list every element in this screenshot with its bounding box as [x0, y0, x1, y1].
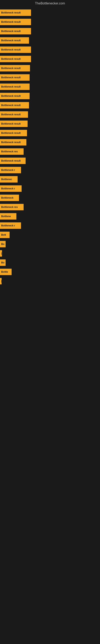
bar-label: Bottleneck result [1, 58, 21, 60]
bar-label: Bottleneck result [1, 113, 21, 116]
bottleneck-bar: Bo [0, 241, 6, 247]
bar-row: Bo [0, 258, 100, 267]
bottleneck-bar: Bottleneck result [0, 10, 31, 16]
bar-row: Bottleneck result [0, 156, 100, 166]
bottleneck-bar: Bottleneck result [0, 130, 27, 136]
bar-label: Bottlenec [1, 178, 12, 181]
bar-label: Bottleneck result [1, 141, 21, 144]
bar-label: Bottleneck result [1, 76, 21, 79]
bar-row: Bottlene [0, 212, 100, 221]
bar-row: Bottleneck r [0, 221, 100, 230]
bottleneck-bar: Bottleneck result [0, 46, 31, 53]
bar-row: Bottleneck [0, 193, 100, 202]
bottleneck-bar: Bottleneck result [0, 158, 26, 164]
bar-label: Bottle [1, 270, 8, 273]
bar-label: Bottleneck result [1, 30, 21, 32]
bar-label: Bottleneck result [1, 122, 21, 125]
bar-row: Bottleneck res [0, 147, 100, 156]
bar-label: Bottleneck result [1, 48, 21, 51]
bar-row: Bottleneck result [0, 26, 100, 36]
bottleneck-bar: Bottleneck result [0, 74, 30, 81]
bar-label: Bottleneck result [1, 20, 21, 23]
bar-label: Bott [1, 234, 6, 236]
bottleneck-bar: | [0, 278, 1, 284]
bottleneck-bar: Bottle [0, 269, 12, 275]
site-title: TheBottlenecker.com [0, 0, 100, 6]
bar-label: | [1, 252, 2, 255]
bar-row: | [0, 276, 100, 286]
bar-row: | [0, 249, 100, 258]
bar-row: Bottleneck result [0, 138, 100, 147]
bottleneck-bar: Bottleneck res [0, 148, 24, 155]
bar-label: Bottleneck result [1, 85, 21, 88]
bottleneck-bar: Bo [0, 260, 6, 266]
bar-row: Bottleneck result [0, 128, 100, 138]
bar-row: Bottleneck result [0, 91, 100, 100]
bar-row: Bottleneck result [0, 119, 100, 128]
bar-label: Bottlene [1, 215, 11, 218]
bar-label: Bottleneck result [1, 67, 21, 70]
bottleneck-bar: Bottleneck result [0, 37, 29, 44]
bottleneck-bar: Bottleneck r [0, 222, 21, 229]
bottleneck-bar: Bottleneck result [0, 84, 30, 90]
bottleneck-bar: Bottleneck res [0, 204, 24, 210]
bar-row: Bottle [0, 267, 100, 276]
bar-row: Bottlenec [0, 175, 100, 184]
bar-label: Bottleneck result [1, 132, 21, 134]
bottleneck-bar: Bottleneck r [0, 167, 21, 173]
bar-row: Bottleneck result [0, 17, 100, 26]
bar-label: Bottleneck result [1, 11, 21, 14]
bar-label: Bottleneck result [1, 104, 21, 107]
bar-row: Bottleneck result [0, 64, 100, 73]
bottleneck-bar: Bottlenec [0, 176, 18, 182]
bar-label: Bottleneck r [1, 224, 15, 227]
bottleneck-bar: | [0, 250, 2, 256]
bar-label: Bottleneck res [1, 206, 18, 208]
bar-label: Bottleneck r [1, 187, 15, 190]
bar-row: Bottleneck r [0, 166, 100, 175]
bar-row: Bottleneck result [0, 73, 100, 82]
bottleneck-bar: Bottleneck result [0, 56, 31, 62]
bottleneck-bar: Bottleneck result [0, 139, 26, 146]
bar-label: Bottleneck result [1, 94, 21, 98]
bar-label: Bottleneck result [1, 160, 21, 162]
bar-row: Bottleneck result [0, 8, 100, 17]
bar-row: Bottleneck result [0, 82, 100, 91]
bar-row: Bottleneck result [0, 45, 100, 54]
bar-row: Bottleneck res [0, 202, 100, 212]
bar-row: Bott [0, 230, 100, 240]
bottleneck-bar: Bottleneck result [0, 19, 31, 25]
bottleneck-bar: Bottleneck result [0, 93, 30, 99]
bottleneck-bar: Bottleneck r [0, 185, 22, 192]
bottleneck-bar: Bottleneck [0, 194, 19, 201]
bars-container: Bottleneck resultBottleneck resultBottle… [0, 6, 100, 288]
bar-row: Bo [0, 240, 100, 249]
bottleneck-bar: Bott [0, 232, 10, 238]
bar-label: Bottleneck r [1, 169, 15, 172]
bottleneck-bar: Bottleneck result [0, 111, 28, 118]
bottleneck-bar: Bottleneck result [0, 120, 28, 127]
bar-label: Bo [1, 261, 4, 264]
bar-row: Bottleneck result [0, 54, 100, 64]
bar-row: Bottleneck r [0, 184, 100, 193]
bar-row: Bottleneck result [0, 36, 100, 45]
bar-label: Bottleneck [1, 196, 13, 199]
bar-row: Bottleneck result [0, 110, 100, 119]
bottleneck-bar: Bottleneck result [0, 102, 29, 108]
bar-label: Bo [1, 243, 4, 246]
bottleneck-bar: Bottlene [0, 213, 16, 220]
bottleneck-bar: Bottleneck result [0, 65, 30, 72]
bar-label: Bottleneck res [1, 150, 18, 153]
bar-row: Bottleneck result [0, 100, 100, 110]
bar-label: | [1, 280, 1, 282]
bottleneck-bar: Bottleneck result [0, 28, 31, 34]
bar-label: Bottleneck result [1, 39, 21, 42]
